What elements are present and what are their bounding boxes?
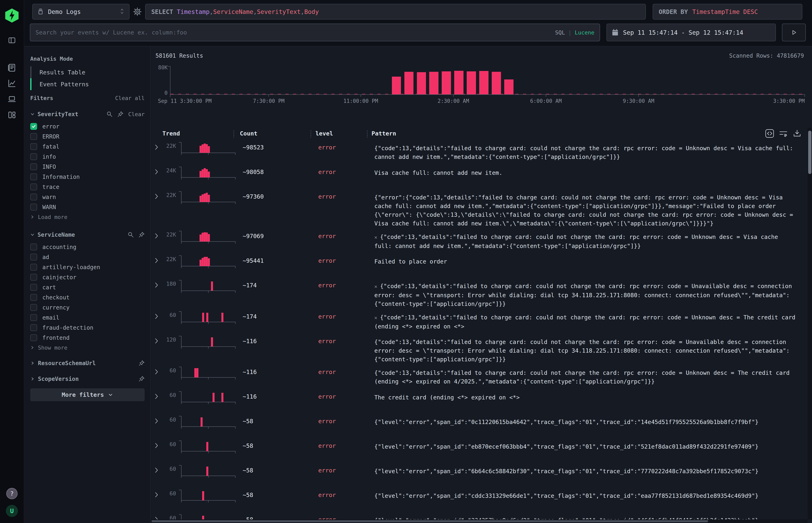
table-row[interactable]: 22K~95441errorFailed to place order: [151, 252, 808, 277]
expand-row-button[interactable]: [154, 464, 163, 474]
filter-checkbox-item[interactable]: cainjector: [30, 272, 145, 282]
filter-checkbox-item[interactable]: info: [30, 151, 145, 162]
filter-checkbox-item[interactable]: frontend: [30, 333, 145, 343]
expand-row-button[interactable]: [154, 335, 163, 345]
checkbox[interactable]: [30, 284, 37, 291]
pin-icon[interactable]: [117, 111, 123, 117]
analysis-mode-item[interactable]: Event Patterns: [30, 78, 145, 90]
checkbox[interactable]: [30, 123, 37, 130]
checkbox[interactable]: [30, 153, 37, 160]
checkbox[interactable]: [30, 314, 37, 321]
checkbox[interactable]: [30, 304, 37, 311]
filter-checkbox-item[interactable]: checkout: [30, 292, 145, 303]
dismiss-pattern-icon[interactable]: ✕: [374, 234, 377, 240]
expand-row-button[interactable]: [154, 415, 163, 425]
order-by-input[interactable]: ORDER BY TimestampTime DESC: [653, 4, 802, 20]
chart-icon[interactable]: [5, 77, 18, 90]
expand-row-button[interactable]: [154, 390, 163, 400]
dismiss-pattern-icon[interactable]: ✕: [374, 315, 377, 321]
checkbox[interactable]: [30, 143, 37, 150]
wrap-text-icon[interactable]: [778, 129, 788, 138]
col-header-level[interactable]: level: [315, 130, 371, 137]
chevron-down-icon[interactable]: [30, 233, 35, 237]
pin-icon[interactable]: [139, 232, 145, 238]
checkbox[interactable]: [30, 133, 37, 140]
checkbox[interactable]: [30, 183, 37, 190]
search-icon[interactable]: [128, 232, 134, 238]
table-row[interactable]: 180~174error✕{"code":13,"details":"faile…: [151, 277, 808, 308]
download-icon[interactable]: [792, 129, 802, 138]
run-query-button[interactable]: [782, 23, 806, 41]
histogram-bar[interactable]: [417, 72, 426, 94]
search-icon[interactable]: [106, 111, 112, 117]
filter-checkbox-item[interactable]: fatal: [30, 142, 145, 151]
column-resize-handle[interactable]: [233, 130, 234, 138]
laptop-icon[interactable]: [5, 93, 18, 106]
col-header-trend[interactable]: Trend: [151, 130, 240, 137]
filter-checkbox-item[interactable]: ad: [30, 252, 145, 262]
filter-checkbox-item[interactable]: email: [30, 312, 145, 323]
lucene-mode-toggle[interactable]: Lucene: [575, 30, 594, 36]
checkbox[interactable]: [30, 244, 37, 250]
results-histogram[interactable]: 80K 0 Sep 11 3:30:00 PM7:30:00 PM11:00:0…: [156, 64, 805, 110]
filter-checkbox-item[interactable]: WARN: [30, 202, 145, 212]
column-resize-handle[interactable]: [311, 130, 311, 138]
expand-row-button[interactable]: [154, 141, 163, 151]
table-row[interactable]: 60~116errorThe credit card (ending <*> e…: [151, 388, 808, 413]
filter-group-more[interactable]: Load more: [30, 212, 145, 222]
table-row[interactable]: 60~58error{"level":"error","span_id":"0c…: [151, 413, 808, 437]
histogram-bar[interactable]: [467, 71, 476, 94]
user-avatar[interactable]: U: [6, 505, 18, 517]
filter-checkbox-item[interactable]: artillery-loadgen: [30, 262, 145, 272]
checkbox[interactable]: [30, 264, 37, 271]
sidebar-toggle-icon[interactable]: [5, 34, 18, 47]
histogram-bar[interactable]: [504, 79, 513, 94]
layout-icon[interactable]: [5, 108, 18, 121]
checkbox[interactable]: [30, 254, 37, 260]
pin-icon[interactable]: [139, 376, 145, 382]
filter-checkbox-item[interactable]: warn: [30, 192, 145, 202]
app-logo-icon[interactable]: [5, 8, 19, 23]
table-row[interactable]: 60~58error{"level":"error","span_id":"33…: [151, 511, 808, 519]
checkbox[interactable]: [30, 274, 37, 281]
time-range-picker[interactable]: Sep 11 15:47:14 - Sep 12 15:47:14: [606, 23, 776, 41]
help-button[interactable]: ?: [6, 488, 18, 499]
checkbox[interactable]: [30, 163, 37, 170]
checkbox[interactable]: [30, 334, 37, 341]
expand-row-button[interactable]: [154, 513, 163, 519]
table-row[interactable]: 120~116error{"code":13,"details":"failed…: [151, 333, 808, 364]
horizontal-scrollbar-thumb[interactable]: [152, 520, 708, 522]
collapsed-filter-group[interactable]: ResourceSchemaUrl: [30, 358, 145, 368]
checkbox[interactable]: [30, 324, 37, 331]
filter-checkbox-item[interactable]: error: [30, 121, 145, 131]
table-row[interactable]: 60~58error{"level":"error","span_id":"eb…: [151, 437, 808, 462]
col-header-pattern[interactable]: Pattern: [371, 130, 765, 137]
filter-checkbox-item[interactable]: trace: [30, 182, 145, 192]
expand-row-button[interactable]: [154, 166, 163, 176]
clear-all-button[interactable]: Clear all: [115, 95, 145, 101]
expand-row-button[interactable]: [154, 254, 163, 265]
filter-checkbox-item[interactable]: cart: [30, 282, 145, 292]
histogram-bar[interactable]: [442, 71, 451, 94]
vertical-scrollbar-thumb[interactable]: [808, 131, 811, 174]
horizontal-scrollbar[interactable]: [151, 519, 808, 523]
search-input[interactable]: Search your events w/ Lucene ex. column:…: [30, 23, 600, 41]
expand-row-button[interactable]: [154, 366, 163, 376]
filter-checkbox-item[interactable]: currency: [30, 303, 145, 312]
checkbox[interactable]: [30, 194, 37, 200]
collapsed-filter-group[interactable]: ScopeVersion: [30, 374, 145, 384]
filter-checkbox-item[interactable]: INFO: [30, 162, 145, 172]
table-row[interactable]: 60~58error{"level":"error","span_id":"6b…: [151, 462, 808, 487]
table-row[interactable]: 24K~98058errorVisa cache full: cannot ad…: [151, 164, 808, 188]
filter-checkbox-item[interactable]: ERROR: [30, 131, 145, 142]
checkbox[interactable]: [30, 204, 37, 211]
source-select[interactable]: Demo Logs: [32, 4, 129, 20]
histogram-bar[interactable]: [479, 71, 489, 94]
histogram-bar[interactable]: [454, 71, 463, 94]
filter-checkbox-item[interactable]: accounting: [30, 242, 145, 252]
table-row[interactable]: 22K~98523error{"code":13,"details":"fail…: [151, 139, 808, 164]
expand-row-button[interactable]: [154, 279, 163, 289]
checkbox[interactable]: [30, 294, 37, 301]
histogram-bar[interactable]: [492, 72, 501, 94]
source-settings-button[interactable]: [129, 7, 145, 16]
